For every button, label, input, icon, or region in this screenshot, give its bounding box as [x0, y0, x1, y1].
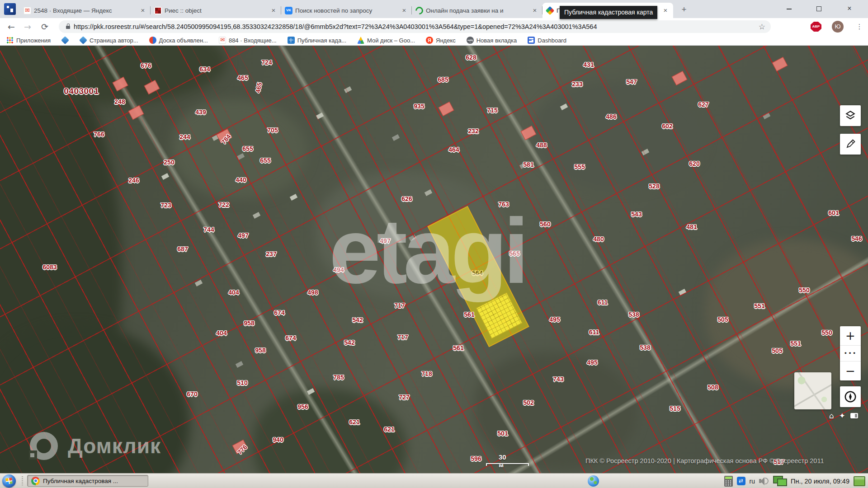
- parcel-label[interactable]: 542: [344, 339, 354, 346]
- parcel-label[interactable]: 621: [384, 426, 394, 433]
- tab-close-icon[interactable]: ×: [531, 6, 539, 14]
- browser-tab[interactable]: 2548 · Входящие — Яндекс×: [20, 3, 151, 18]
- parcel-label[interactable]: 233: [572, 80, 582, 88]
- browser-menu-icon[interactable]: ⋮: [854, 21, 865, 33]
- bookmark-item[interactable]: 884 · Входящие...: [219, 37, 277, 44]
- overview-minimap[interactable]: [794, 372, 831, 409]
- parcel-label[interactable]: 727: [399, 394, 409, 401]
- browser-tab[interactable]: Риес :: object×: [151, 3, 281, 18]
- parcel-label[interactable]: 564: [472, 269, 482, 277]
- quarter-label[interactable]: 0403001: [64, 86, 99, 96]
- layers-button[interactable]: [840, 105, 861, 126]
- forward-button[interactable]: →: [21, 20, 34, 33]
- parcel-label[interactable]: 743: [553, 375, 563, 383]
- network-monitors-icon[interactable]: [773, 476, 787, 487]
- taskbar-clock[interactable]: Пн., 20 июля, 09:49: [791, 478, 849, 485]
- cadastral-map[interactable]: [0, 45, 868, 473]
- parcel-label[interactable]: 596: [471, 455, 481, 462]
- parcel-label[interactable]: 248: [114, 98, 125, 105]
- parcel-label[interactable]: 542: [352, 316, 363, 324]
- new-tab-button[interactable]: +: [678, 4, 690, 15]
- parcel-label[interactable]: 508: [708, 384, 718, 391]
- tab-close-icon[interactable]: ×: [661, 6, 670, 14]
- tab-close-icon[interactable]: ×: [139, 6, 147, 14]
- parcel-label[interactable]: 718: [421, 370, 432, 377]
- parcel-label[interactable]: 627: [698, 101, 708, 108]
- parcel-label[interactable]: 705: [267, 127, 278, 134]
- parcel-label[interactable]: 502: [523, 399, 533, 406]
- home-icon[interactable]: ⌂: [829, 411, 834, 420]
- address-bar[interactable]: https://pkk.rosreestr.ru/#/search/58.240…: [59, 20, 771, 33]
- minimize-button[interactable]: [778, 0, 799, 18]
- browser-tab[interactable]: Онлайн подача заявки на и×: [412, 3, 542, 18]
- bookmark-item[interactable]: Страница автор...: [80, 37, 138, 44]
- volume-icon[interactable]: [759, 477, 769, 486]
- parcel-label[interactable]: 551: [790, 340, 801, 347]
- parcel-label[interactable]: 237: [266, 250, 276, 258]
- parcel-label[interactable]: 602: [662, 122, 672, 130]
- compass-rose-icon[interactable]: ✦: [839, 411, 845, 420]
- parcel-label[interactable]: 561: [453, 344, 463, 352]
- parcel-label[interactable]: 601: [828, 209, 839, 216]
- parcel-label[interactable]: 655: [242, 145, 253, 152]
- parcel-label[interactable]: 560: [540, 221, 550, 228]
- parcel-label[interactable]: 620: [689, 160, 699, 167]
- parcel-label[interactable]: 517: [774, 458, 784, 465]
- parcel-label[interactable]: 439: [195, 108, 206, 116]
- parcel-label[interactable]: 626: [401, 195, 412, 202]
- restore-button[interactable]: [808, 0, 829, 18]
- parcel-label[interactable]: 655: [260, 157, 270, 164]
- parcel-label[interactable]: 501: [497, 430, 508, 437]
- parcel-label[interactable]: 611: [598, 299, 608, 306]
- parcel-label[interactable]: 538: [640, 344, 650, 351]
- parcel-label[interactable]: 510: [237, 379, 247, 386]
- parcel-label[interactable]: 495: [587, 359, 597, 366]
- parcel-label[interactable]: 935: [414, 103, 424, 110]
- parcel-label[interactable]: 717: [397, 333, 408, 341]
- parcel-label[interactable]: 550: [821, 329, 832, 336]
- language-indicator[interactable]: ru: [750, 478, 755, 485]
- lock-icon[interactable]: [66, 26, 70, 29]
- parcel-label[interactable]: 497: [380, 237, 390, 244]
- parcel-label[interactable]: 497: [238, 232, 248, 239]
- parcel-label[interactable]: 958: [244, 319, 254, 327]
- parcel-label[interactable]: 676: [141, 62, 151, 69]
- zoom-in-button[interactable]: +: [840, 326, 861, 345]
- parcel-label[interactable]: 232: [468, 127, 478, 135]
- profile-avatar[interactable]: Ю: [832, 21, 844, 33]
- teamviewer-tray-icon[interactable]: ⇄: [737, 477, 745, 485]
- measure-button[interactable]: [840, 134, 861, 155]
- parcel-label[interactable]: 940: [273, 436, 283, 443]
- parcel-label[interactable]: 543: [631, 211, 642, 218]
- parcel-label[interactable]: 611: [589, 328, 599, 336]
- parcel-label[interactable]: 958: [255, 347, 265, 354]
- bookmark-item[interactable]: [61, 37, 69, 44]
- parcel-label[interactable]: 621: [349, 418, 359, 426]
- tab-close-icon[interactable]: ×: [400, 6, 408, 14]
- bookmark-item[interactable]: Яндекс: [426, 37, 456, 44]
- parcel-label[interactable]: 687: [177, 245, 188, 253]
- parcel-label[interactable]: 546: [851, 235, 862, 242]
- close-button[interactable]: ×: [839, 0, 860, 18]
- parcel-label[interactable]: 956: [297, 403, 308, 410]
- parcel-label[interactable]: 670: [187, 390, 197, 398]
- parcel-label[interactable]: 244: [179, 133, 190, 141]
- back-button[interactable]: ←: [5, 20, 18, 33]
- tab-close-icon[interactable]: ×: [269, 6, 278, 14]
- parcel-label[interactable]: 465: [237, 74, 248, 81]
- parcel-label[interactable]: 674: [285, 334, 296, 342]
- adblock-extension-icon[interactable]: ABP: [811, 22, 821, 32]
- parcel-label[interactable]: 547: [626, 78, 637, 85]
- parcel-label[interactable]: 6083: [42, 263, 57, 271]
- parcel-label[interactable]: 766: [94, 131, 104, 138]
- parcel-label[interactable]: 498: [307, 289, 318, 296]
- parcel-label[interactable]: 565: [509, 250, 519, 257]
- parcel-label[interactable]: 481: [686, 223, 697, 230]
- parcel-label[interactable]: 486: [606, 113, 616, 120]
- parcel-label[interactable]: 464: [448, 146, 459, 153]
- bookmark-item[interactable]: Публичная када...: [288, 37, 346, 44]
- parcel-label[interactable]: 744: [203, 226, 214, 233]
- reload-button[interactable]: ⟳: [38, 20, 52, 33]
- bookmark-item[interactable]: Dashboard: [528, 37, 566, 44]
- parcel-label[interactable]: 505: [717, 316, 728, 323]
